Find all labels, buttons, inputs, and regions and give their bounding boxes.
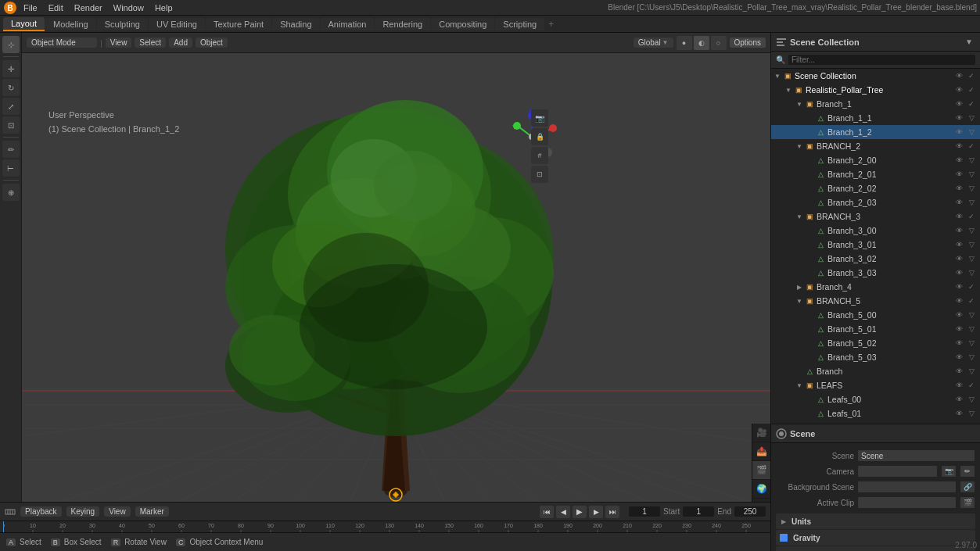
prev-frame-btn[interactable]: ◀: [556, 506, 570, 518]
jump-end-btn[interactable]: ⏭: [605, 506, 619, 518]
visibility-icon[interactable]: 👁: [953, 380, 964, 391]
render-visibility-icon[interactable]: ▽: [966, 408, 977, 419]
render-visibility-icon[interactable]: ▽: [966, 338, 977, 349]
active-clip-icon[interactable]: 🎬: [960, 496, 975, 509]
exclude-icon[interactable]: ✓: [966, 380, 977, 391]
visibility-icon[interactable]: 👁: [953, 98, 964, 109]
visibility-icon[interactable]: 👁: [953, 197, 964, 208]
visibility-icon[interactable]: 👁: [953, 239, 964, 250]
visibility-icon[interactable]: 👁: [953, 169, 964, 180]
render-visibility-icon[interactable]: ▽: [966, 183, 977, 194]
tree-arrow[interactable]: [773, 71, 782, 81]
outliner-search-input[interactable]: [788, 55, 975, 65]
tree-arrow[interactable]: [795, 212, 804, 221]
exclude-icon[interactable]: ✓: [966, 98, 977, 109]
exclude-icon[interactable]: ✓: [966, 295, 977, 306]
tree-arrow[interactable]: [784, 85, 793, 95]
gravity-section[interactable]: Gravity: [776, 530, 975, 546]
visibility-icon[interactable]: 👁: [953, 324, 964, 335]
camera-edit-icon[interactable]: ✏: [960, 465, 975, 478]
tree-arrow[interactable]: [795, 282, 804, 292]
tree-arrow[interactable]: [806, 352, 815, 362]
timeline-view-btn[interactable]: View: [104, 506, 131, 517]
outliner-item[interactable]: △ Leafs_00 👁 ▽: [771, 392, 980, 406]
visibility-icon[interactable]: 👁: [953, 183, 964, 194]
tree-arrow[interactable]: [806, 395, 815, 404]
exclude-icon[interactable]: ✓: [966, 211, 977, 222]
viewport-canvas[interactable]: User Perspective (1) Scene Collection | …: [22, 53, 770, 502]
end-frame-input[interactable]: 250: [734, 506, 766, 517]
select-menu-btn[interactable]: Select: [135, 38, 166, 48]
tab-modeling[interactable]: Modeling: [45, 18, 96, 30]
outliner-scene-collection[interactable]: ▣ Scene Collection 👁 ✓: [771, 69, 980, 83]
outliner-item[interactable]: △ Branch_2_02 👁 ▽: [771, 181, 980, 195]
render-visibility-icon[interactable]: ▽: [966, 324, 977, 335]
tree-arrow[interactable]: [806, 310, 815, 320]
options-btn[interactable]: Options: [730, 38, 766, 48]
measure-tool-icon[interactable]: ⊢: [2, 159, 20, 177]
view-menu-btn[interactable]: View: [106, 38, 132, 48]
render-visibility-icon[interactable]: ▽: [966, 155, 977, 166]
bg-scene-browse-icon[interactable]: 🔗: [960, 481, 975, 493]
tree-arrow[interactable]: [806, 127, 815, 137]
visibility-icon[interactable]: 👁: [953, 338, 964, 349]
tree-arrow[interactable]: [806, 226, 815, 235]
global-local-btn[interactable]: Global ▼: [634, 38, 673, 48]
viewport-grid-icon[interactable]: #: [531, 147, 548, 164]
visibility-icon[interactable]: 👁: [953, 141, 964, 152]
visibility-icon[interactable]: 👁: [953, 253, 964, 264]
visibility-icon[interactable]: 👁: [953, 127, 964, 138]
active-clip-value[interactable]: [857, 496, 957, 509]
render-visibility-icon[interactable]: ▽: [966, 253, 977, 264]
visibility-icon[interactable]: 👁: [953, 309, 964, 320]
start-frame-input[interactable]: 1: [683, 506, 714, 517]
render-visibility-icon[interactable]: ▽: [966, 127, 977, 138]
render-visibility-icon[interactable]: ▽: [966, 169, 977, 180]
tab-shading[interactable]: Shading: [272, 18, 319, 30]
units-arrow[interactable]: [779, 517, 788, 526]
viewport-snap-icon[interactable]: ⊡: [531, 166, 548, 183]
camera-view-icon[interactable]: 📷: [531, 109, 548, 127]
transform-tool-icon[interactable]: ⊡: [2, 116, 20, 134]
timeline-keying-btn[interactable]: Keying: [66, 506, 100, 517]
tree-arrow[interactable]: [806, 240, 815, 249]
viewport-shading-rendered-btn[interactable]: ○: [711, 36, 727, 50]
prop-tab-scene[interactable]: 🎬: [752, 461, 771, 480]
tab-texture-paint[interactable]: Texture Paint: [206, 18, 271, 30]
outliner-item[interactable]: △ Branch_3_01 👁 ▽: [771, 238, 980, 252]
visibility-icon[interactable]: 👁: [953, 155, 964, 166]
exclude-icon[interactable]: ✓: [966, 141, 977, 152]
tree-arrow[interactable]: [795, 296, 804, 306]
visibility-icon[interactable]: 👁: [953, 366, 964, 377]
bg-scene-value[interactable]: [857, 481, 957, 493]
outliner-item[interactable]: △ Leafs_01 👁 ▽: [771, 406, 980, 420]
outliner-item[interactable]: △ Branch_1_1 👁 ▽: [771, 111, 980, 125]
outliner-item[interactable]: ▣ BRANCH_5 👁 ✓: [771, 294, 980, 308]
current-frame-input[interactable]: 1: [629, 506, 660, 517]
timeline-playback-btn[interactable]: Playback: [20, 506, 62, 517]
render-visibility-icon[interactable]: ▽: [966, 113, 977, 123]
render-visibility-icon[interactable]: ▽: [966, 239, 977, 250]
object-mode-btn[interactable]: Object Mode: [27, 38, 97, 48]
visibility-icon[interactable]: 👁: [953, 267, 964, 278]
tree-arrow[interactable]: [806, 254, 815, 263]
visibility-icon[interactable]: 👁: [953, 84, 964, 95]
exclude-icon[interactable]: ✓: [966, 84, 977, 95]
render-visibility-icon[interactable]: ▽: [966, 366, 977, 377]
tab-rendering[interactable]: Rendering: [375, 18, 430, 30]
move-tool-icon[interactable]: ✛: [2, 60, 20, 77]
outliner-item[interactable]: △ Branch_2_03 👁 ▽: [771, 195, 980, 209]
tree-arrow[interactable]: [795, 381, 804, 390]
outliner-item[interactable]: △ Branch_3_03 👁 ▽: [771, 266, 980, 280]
menu-file[interactable]: File: [19, 2, 42, 13]
next-frame-btn[interactable]: ▶: [589, 506, 603, 518]
tree-arrow[interactable]: [806, 409, 815, 418]
visibility-icon[interactable]: 👁: [953, 113, 964, 123]
render-visibility-icon[interactable]: ▽: [966, 225, 977, 236]
add-tool-icon[interactable]: ⊕: [2, 184, 20, 201]
visibility-icon[interactable]: 👁: [953, 281, 964, 292]
tab-uv-editing[interactable]: UV Editing: [149, 18, 205, 30]
camera-browse-icon[interactable]: 📷: [941, 465, 957, 478]
outliner-item[interactable]: △ Branch_2_01 👁 ▽: [771, 167, 980, 181]
render-visibility-icon[interactable]: ▽: [966, 197, 977, 208]
